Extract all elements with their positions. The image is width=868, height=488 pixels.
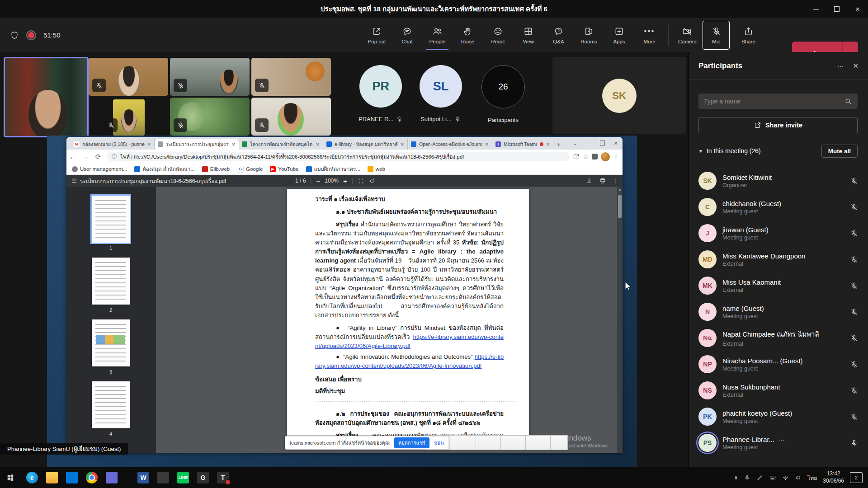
chrome-minimize-button[interactable]: — bbox=[582, 141, 595, 146]
url-field[interactable]: ⓘ ไฟล์ | file:///C:/Users/library/Deskto… bbox=[107, 152, 570, 161]
file-info-icon[interactable]: ⓘ bbox=[112, 153, 117, 160]
pdf-page-thumbnail-3[interactable] bbox=[92, 319, 130, 366]
mic-off-icon[interactable] bbox=[850, 334, 859, 343]
pdf-page-thumbnail-1[interactable] bbox=[92, 196, 130, 243]
stop-sharing-button[interactable]: หยุดการแชร์ bbox=[394, 437, 429, 448]
minimize-button[interactable]: — bbox=[806, 0, 826, 18]
taskbar-clock[interactable]: 13:4230/06/66 bbox=[823, 470, 844, 484]
hide-banner-button[interactable]: ซ่อน bbox=[434, 439, 444, 447]
spotlight-pranee[interactable]: PR PRANEE R... bbox=[359, 65, 403, 122]
zoom-in-button[interactable]: + bbox=[343, 177, 347, 185]
taskbar-edge-icon[interactable]: e bbox=[26, 472, 38, 483]
reload-icon[interactable]: ⟳ bbox=[92, 153, 104, 161]
popout-button[interactable]: Pop out bbox=[362, 20, 392, 51]
bookmark-item[interactable]: Elib.web bbox=[202, 166, 230, 172]
share-page-icon[interactable] bbox=[572, 153, 580, 160]
keyboard-tray-icon[interactable] bbox=[769, 474, 776, 481]
mic-off-icon[interactable] bbox=[850, 203, 859, 211]
participant-row[interactable]: NP Niracha Poosam... (Guest)Meeting gues… bbox=[689, 351, 868, 377]
tab-close-icon[interactable]: ✕ bbox=[485, 142, 489, 147]
mic-off-icon[interactable] bbox=[850, 255, 859, 264]
mic-off-icon[interactable] bbox=[850, 413, 859, 421]
volume-tray-icon[interactable] bbox=[795, 474, 802, 481]
chrome-profile-avatar[interactable] bbox=[601, 152, 610, 161]
video-tile-active-speaker[interactable] bbox=[4, 57, 89, 137]
print-icon[interactable] bbox=[599, 177, 606, 184]
mic-off-icon[interactable] bbox=[850, 308, 859, 316]
tab-close-icon[interactable]: ✕ bbox=[147, 142, 151, 147]
tab-close-icon[interactable]: ✕ bbox=[401, 142, 404, 147]
video-tile[interactable] bbox=[251, 58, 331, 96]
pen-tray-icon[interactable] bbox=[756, 474, 763, 481]
back-icon[interactable]: ← bbox=[66, 153, 79, 160]
people-button[interactable]: People bbox=[422, 20, 453, 51]
browser-tab-openaccess[interactable]: Open-Access-eBooks-eJournals✕ bbox=[408, 139, 492, 150]
qa-button[interactable]: Q&A bbox=[543, 20, 574, 51]
scroll-up-arrow[interactable]: ▲ bbox=[617, 188, 623, 192]
taskbar-word-icon[interactable]: W bbox=[137, 472, 149, 483]
react-button[interactable]: React bbox=[483, 20, 513, 51]
fit-page-icon[interactable] bbox=[358, 178, 364, 184]
close-button[interactable]: ✕ bbox=[847, 0, 868, 18]
taskbar-store-icon[interactable] bbox=[66, 472, 78, 483]
network-tray-icon[interactable] bbox=[782, 474, 789, 481]
forward-icon[interactable]: → bbox=[79, 153, 92, 160]
bookmark-item[interactable]: web bbox=[368, 166, 385, 172]
video-tile[interactable] bbox=[89, 98, 168, 136]
bookmark-item[interactable]: แบบฝึกหัดภาษาคร... bbox=[306, 165, 360, 173]
rotate-icon[interactable] bbox=[369, 178, 376, 184]
bookmark-item[interactable]: ▶YouTube bbox=[270, 166, 298, 172]
browser-tab-teams[interactable]: T Microsoft Teams ✕ bbox=[492, 139, 553, 150]
pdf-menu-icon[interactable]: ☰ bbox=[68, 178, 80, 184]
spotlight-suttipot[interactable]: SL Suttipot Li... bbox=[420, 65, 462, 122]
bookmark-item[interactable]: ห้องสมุด สำนักพัฒนา... bbox=[134, 165, 195, 173]
mic-off-icon[interactable] bbox=[850, 229, 859, 238]
participant-row[interactable]: MD Miss Kantawee DuangpoonExternal bbox=[689, 246, 868, 272]
video-tile[interactable] bbox=[170, 58, 250, 96]
spotlight-participants-count[interactable]: 26 Participants bbox=[481, 65, 525, 123]
mic-off-icon[interactable] bbox=[850, 386, 859, 395]
video-tile[interactable] bbox=[251, 98, 331, 136]
taskbar-teams-icon[interactable]: T bbox=[217, 472, 229, 483]
scrollbar-thumb[interactable] bbox=[618, 195, 622, 218]
download-icon[interactable] bbox=[585, 177, 593, 184]
raise-hand-button[interactable]: Raise bbox=[453, 20, 483, 51]
tab-close-icon[interactable]: ✕ bbox=[316, 142, 320, 147]
participant-row[interactable]: MK Miss Usa KaomanitExternal bbox=[689, 272, 868, 299]
participant-row[interactable]: SK Somkiet KitiwinitOrganizer bbox=[689, 168, 868, 194]
more-button[interactable]: •••More bbox=[634, 20, 665, 51]
taskbar-line-icon[interactable]: LINE bbox=[177, 472, 189, 483]
participant-row[interactable]: PK phaichit koetyo (Guest)Meeting guest bbox=[689, 404, 868, 430]
bookmark-item[interactable]: User management... bbox=[72, 166, 127, 172]
video-tile-sk[interactable]: SK bbox=[552, 57, 686, 134]
start-button[interactable] bbox=[0, 467, 21, 488]
mute-all-button[interactable]: Mute all bbox=[821, 145, 858, 158]
bookmark-star-icon[interactable]: ☆ bbox=[583, 153, 589, 160]
section-collapse-icon[interactable]: ▼ bbox=[698, 149, 703, 154]
share-button[interactable]: Share bbox=[733, 20, 764, 51]
chrome-close-button[interactable]: ✕ bbox=[609, 141, 623, 146]
taskbar-app-icon[interactable] bbox=[106, 472, 118, 483]
participant-row[interactable]: Nฉ Napat Chimpalee ณภัทร ฉิมพาลีExternal bbox=[689, 325, 868, 351]
tab-close-icon[interactable]: ✕ bbox=[232, 142, 236, 147]
mic-tray-icon[interactable] bbox=[744, 474, 750, 481]
pdf-page-thumbnail-2[interactable] bbox=[92, 258, 130, 305]
browser-tab-elibrary[interactable]: e-library - ห้องสมุด มหาวิทยาลัยสย..✕ bbox=[323, 139, 408, 150]
taskbar-explorer-icon[interactable] bbox=[46, 472, 58, 483]
pdf-page-thumbnail-4[interactable] bbox=[92, 381, 130, 428]
apps-button[interactable]: Apps bbox=[604, 20, 634, 51]
mic-off-icon[interactable] bbox=[850, 177, 859, 185]
pdf-more-icon[interactable]: ⋮ bbox=[613, 178, 618, 184]
view-button[interactable]: View bbox=[513, 20, 543, 51]
mic-off-icon[interactable] bbox=[850, 282, 859, 290]
taskbar-app-icon[interactable]: G bbox=[197, 472, 209, 483]
share-invite-button[interactable]: Share invite bbox=[698, 117, 858, 133]
panel-more-icon[interactable]: ··· bbox=[837, 62, 844, 70]
camera-button[interactable]: Camera bbox=[672, 20, 703, 51]
participant-row[interactable]: PS Phannee-Librar...··· Meeting guest bbox=[689, 430, 868, 456]
video-tile[interactable] bbox=[89, 58, 168, 96]
zoom-out-button[interactable]: − bbox=[316, 177, 320, 185]
row-more-icon[interactable]: ··· bbox=[778, 436, 785, 443]
extensions-icon[interactable] bbox=[592, 154, 598, 160]
new-tab-button[interactable]: + bbox=[553, 139, 564, 150]
